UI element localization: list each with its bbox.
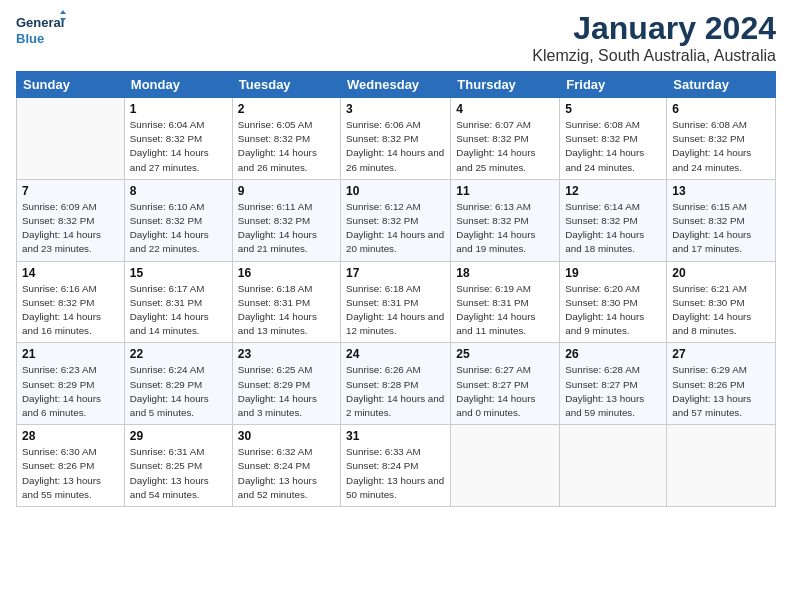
calendar-cell: 11 Sunrise: 6:13 AMSunset: 8:32 PMDaylig… <box>451 179 560 261</box>
svg-text:General: General <box>16 15 64 30</box>
day-number: 12 <box>565 184 661 198</box>
weekday-header: Tuesday <box>232 72 340 98</box>
day-info: Sunrise: 6:05 AMSunset: 8:32 PMDaylight:… <box>238 119 317 173</box>
day-number: 29 <box>130 429 227 443</box>
day-number: 23 <box>238 347 335 361</box>
day-number: 7 <box>22 184 119 198</box>
calendar-cell: 25 Sunrise: 6:27 AMSunset: 8:27 PMDaylig… <box>451 343 560 425</box>
calendar-week-row: 21 Sunrise: 6:23 AMSunset: 8:29 PMDaylig… <box>17 343 776 425</box>
day-info: Sunrise: 6:17 AMSunset: 8:31 PMDaylight:… <box>130 283 209 337</box>
calendar-cell <box>451 425 560 507</box>
day-number: 13 <box>672 184 770 198</box>
day-info: Sunrise: 6:15 AMSunset: 8:32 PMDaylight:… <box>672 201 751 255</box>
day-number: 20 <box>672 266 770 280</box>
day-number: 6 <box>672 102 770 116</box>
day-number: 19 <box>565 266 661 280</box>
day-info: Sunrise: 6:28 AMSunset: 8:27 PMDaylight:… <box>565 364 644 418</box>
calendar-cell: 27 Sunrise: 6:29 AMSunset: 8:26 PMDaylig… <box>667 343 776 425</box>
day-info: Sunrise: 6:19 AMSunset: 8:31 PMDaylight:… <box>456 283 535 337</box>
day-info: Sunrise: 6:11 AMSunset: 8:32 PMDaylight:… <box>238 201 317 255</box>
calendar-cell: 18 Sunrise: 6:19 AMSunset: 8:31 PMDaylig… <box>451 261 560 343</box>
day-info: Sunrise: 6:27 AMSunset: 8:27 PMDaylight:… <box>456 364 535 418</box>
calendar-week-row: 28 Sunrise: 6:30 AMSunset: 8:26 PMDaylig… <box>17 425 776 507</box>
day-info: Sunrise: 6:25 AMSunset: 8:29 PMDaylight:… <box>238 364 317 418</box>
svg-text:Blue: Blue <box>16 31 44 46</box>
day-info: Sunrise: 6:16 AMSunset: 8:32 PMDaylight:… <box>22 283 101 337</box>
calendar-cell: 28 Sunrise: 6:30 AMSunset: 8:26 PMDaylig… <box>17 425 125 507</box>
calendar-cell: 31 Sunrise: 6:33 AMSunset: 8:24 PMDaylig… <box>341 425 451 507</box>
day-number: 30 <box>238 429 335 443</box>
day-info: Sunrise: 6:20 AMSunset: 8:30 PMDaylight:… <box>565 283 644 337</box>
header: General Blue January 2024 Klemzig, South… <box>16 10 776 65</box>
day-info: Sunrise: 6:23 AMSunset: 8:29 PMDaylight:… <box>22 364 101 418</box>
day-number: 27 <box>672 347 770 361</box>
day-info: Sunrise: 6:21 AMSunset: 8:30 PMDaylight:… <box>672 283 751 337</box>
calendar-cell: 30 Sunrise: 6:32 AMSunset: 8:24 PMDaylig… <box>232 425 340 507</box>
calendar-cell: 14 Sunrise: 6:16 AMSunset: 8:32 PMDaylig… <box>17 261 125 343</box>
calendar-cell: 7 Sunrise: 6:09 AMSunset: 8:32 PMDayligh… <box>17 179 125 261</box>
weekday-header: Thursday <box>451 72 560 98</box>
day-number: 24 <box>346 347 445 361</box>
day-info: Sunrise: 6:32 AMSunset: 8:24 PMDaylight:… <box>238 446 317 500</box>
day-number: 11 <box>456 184 554 198</box>
day-number: 4 <box>456 102 554 116</box>
day-number: 31 <box>346 429 445 443</box>
day-info: Sunrise: 6:10 AMSunset: 8:32 PMDaylight:… <box>130 201 209 255</box>
day-number: 17 <box>346 266 445 280</box>
page-container: General Blue January 2024 Klemzig, South… <box>0 0 792 517</box>
day-number: 16 <box>238 266 335 280</box>
calendar-cell: 5 Sunrise: 6:08 AMSunset: 8:32 PMDayligh… <box>560 98 667 180</box>
day-info: Sunrise: 6:26 AMSunset: 8:28 PMDaylight:… <box>346 364 444 418</box>
day-info: Sunrise: 6:09 AMSunset: 8:32 PMDaylight:… <box>22 201 101 255</box>
day-info: Sunrise: 6:07 AMSunset: 8:32 PMDaylight:… <box>456 119 535 173</box>
calendar-cell: 16 Sunrise: 6:18 AMSunset: 8:31 PMDaylig… <box>232 261 340 343</box>
calendar-cell <box>560 425 667 507</box>
calendar-cell: 15 Sunrise: 6:17 AMSunset: 8:31 PMDaylig… <box>124 261 232 343</box>
day-info: Sunrise: 6:24 AMSunset: 8:29 PMDaylight:… <box>130 364 209 418</box>
calendar-week-row: 7 Sunrise: 6:09 AMSunset: 8:32 PMDayligh… <box>17 179 776 261</box>
weekday-header: Monday <box>124 72 232 98</box>
day-info: Sunrise: 6:33 AMSunset: 8:24 PMDaylight:… <box>346 446 444 500</box>
calendar-cell: 9 Sunrise: 6:11 AMSunset: 8:32 PMDayligh… <box>232 179 340 261</box>
calendar-cell: 26 Sunrise: 6:28 AMSunset: 8:27 PMDaylig… <box>560 343 667 425</box>
weekday-header: Friday <box>560 72 667 98</box>
calendar-cell <box>667 425 776 507</box>
day-info: Sunrise: 6:08 AMSunset: 8:32 PMDaylight:… <box>565 119 644 173</box>
day-number: 14 <box>22 266 119 280</box>
day-number: 8 <box>130 184 227 198</box>
day-info: Sunrise: 6:29 AMSunset: 8:26 PMDaylight:… <box>672 364 751 418</box>
calendar-cell: 12 Sunrise: 6:14 AMSunset: 8:32 PMDaylig… <box>560 179 667 261</box>
calendar-title: January 2024 <box>532 10 776 47</box>
day-number: 18 <box>456 266 554 280</box>
day-number: 1 <box>130 102 227 116</box>
calendar-cell: 6 Sunrise: 6:08 AMSunset: 8:32 PMDayligh… <box>667 98 776 180</box>
day-number: 10 <box>346 184 445 198</box>
calendar-cell: 8 Sunrise: 6:10 AMSunset: 8:32 PMDayligh… <box>124 179 232 261</box>
day-info: Sunrise: 6:04 AMSunset: 8:32 PMDaylight:… <box>130 119 209 173</box>
day-number: 22 <box>130 347 227 361</box>
day-number: 5 <box>565 102 661 116</box>
calendar-cell: 3 Sunrise: 6:06 AMSunset: 8:32 PMDayligh… <box>341 98 451 180</box>
day-info: Sunrise: 6:18 AMSunset: 8:31 PMDaylight:… <box>238 283 317 337</box>
day-info: Sunrise: 6:18 AMSunset: 8:31 PMDaylight:… <box>346 283 444 337</box>
day-number: 25 <box>456 347 554 361</box>
calendar-cell: 21 Sunrise: 6:23 AMSunset: 8:29 PMDaylig… <box>17 343 125 425</box>
day-info: Sunrise: 6:08 AMSunset: 8:32 PMDaylight:… <box>672 119 751 173</box>
weekday-header: Sunday <box>17 72 125 98</box>
day-info: Sunrise: 6:12 AMSunset: 8:32 PMDaylight:… <box>346 201 444 255</box>
day-info: Sunrise: 6:30 AMSunset: 8:26 PMDaylight:… <box>22 446 101 500</box>
day-number: 9 <box>238 184 335 198</box>
calendar-table: SundayMondayTuesdayWednesdayThursdayFrid… <box>16 71 776 507</box>
weekday-header-row: SundayMondayTuesdayWednesdayThursdayFrid… <box>17 72 776 98</box>
calendar-cell: 17 Sunrise: 6:18 AMSunset: 8:31 PMDaylig… <box>341 261 451 343</box>
title-block: January 2024 Klemzig, South Australia, A… <box>532 10 776 65</box>
day-number: 2 <box>238 102 335 116</box>
weekday-header: Saturday <box>667 72 776 98</box>
day-number: 28 <box>22 429 119 443</box>
calendar-subtitle: Klemzig, South Australia, Australia <box>532 47 776 65</box>
day-number: 15 <box>130 266 227 280</box>
day-number: 21 <box>22 347 119 361</box>
calendar-cell: 23 Sunrise: 6:25 AMSunset: 8:29 PMDaylig… <box>232 343 340 425</box>
calendar-week-row: 14 Sunrise: 6:16 AMSunset: 8:32 PMDaylig… <box>17 261 776 343</box>
calendar-cell <box>17 98 125 180</box>
